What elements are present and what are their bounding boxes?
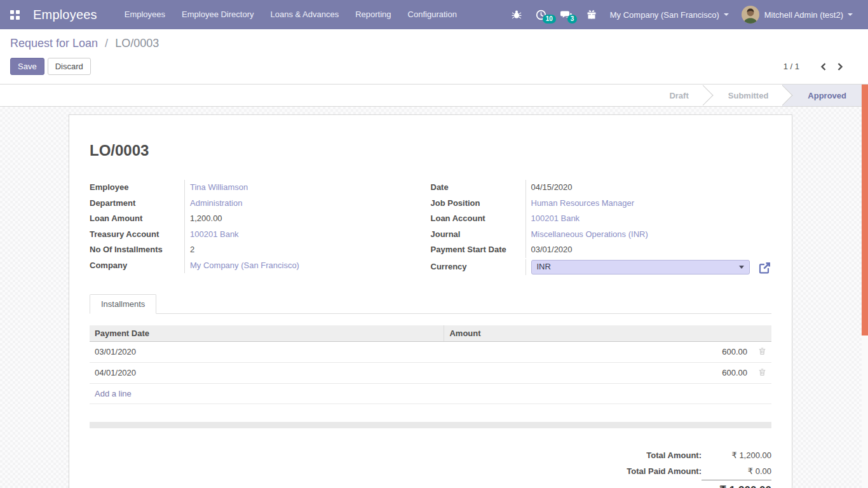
field-value-journal[interactable]: Miscellaneous Operations (INR) [531, 229, 648, 239]
field-label: Payment Start Date [431, 242, 526, 258]
messages-chat-icon[interactable]: 3 [553, 10, 580, 20]
total-amount-row: Total Amount: ₹ 1,200.00 [646, 447, 771, 463]
pager-next-button[interactable] [832, 60, 849, 73]
menu-item-reporting[interactable]: Reporting [347, 0, 399, 29]
field-employee: Employee Tina Williamson [90, 180, 431, 196]
total-amount-value: ₹ 1,200.00 [702, 447, 771, 463]
chevron-down-icon [848, 13, 853, 16]
vertical-scrollbar-track[interactable] [862, 85, 868, 488]
installments-page: Payment Date Amount 03/01/2020 600.00 [90, 314, 771, 488]
field-value-no-of-installments[interactable]: 2 [185, 242, 431, 258]
field-value-employee[interactable]: Tina Williamson [190, 182, 248, 192]
record-title: LO/0003 [90, 142, 771, 159]
field-loan-amount: Loan Amount 1,200.00 [90, 211, 431, 227]
status-step-submitted[interactable]: Submitted [714, 85, 783, 106]
field-value-treasury-account[interactable]: 100201 Bank [190, 229, 239, 239]
status-step-approved[interactable]: Approved [794, 85, 868, 106]
field-value-loan-amount[interactable]: 1,200.00 [185, 211, 431, 227]
pager-previous-button[interactable] [815, 60, 832, 73]
tab-strip: Installments [90, 294, 771, 314]
field-value-company[interactable]: My Company (San Francisco) [190, 261, 299, 270]
field-label: Date [431, 180, 526, 196]
currency-selected-value: INR [537, 259, 551, 275]
cell-payment-date[interactable]: 03/01/2020 [90, 341, 444, 362]
field-label: Employee [90, 180, 185, 196]
statusbar: Draft Submitted Approved [0, 85, 868, 107]
total-paid-amount-value: ₹ 0.00 [702, 463, 771, 479]
user-avatar [742, 6, 759, 24]
add-a-line-row[interactable]: Add a line [90, 383, 771, 403]
add-a-line-link[interactable]: Add a line [90, 383, 771, 403]
activity-clock-icon[interactable]: 10 [529, 10, 553, 20]
app-title: Employees [33, 8, 97, 22]
cell-amount[interactable]: 600.00 [444, 341, 752, 362]
balance-amount-row: Balance Amount: ₹ 1,200.00 [634, 480, 771, 488]
breadcrumb-separator: / [105, 37, 108, 50]
field-label: Loan Amount [90, 211, 185, 227]
field-department: Department Administration [90, 196, 431, 212]
odoo-screen: Employees Employees Employee Directory L… [0, 0, 868, 488]
menu-item-configuration[interactable]: Configuration [400, 0, 465, 29]
field-no-of-installments: No Of Installments 2 [90, 242, 431, 258]
menu-item-employee-directory[interactable]: Employee Directory [173, 0, 262, 29]
field-loan-account: Loan Account 100201 Bank [431, 211, 772, 227]
field-value-loan-account[interactable]: 100201 Bank [531, 214, 580, 223]
user-menu[interactable]: Mitchell Admin (test2) [735, 0, 859, 29]
chevron-left-icon [820, 62, 827, 71]
discard-button[interactable]: Discard [48, 58, 91, 75]
message-count-badge: 3 [567, 15, 578, 24]
company-switcher[interactable]: My Company (San Francisco) [604, 0, 735, 29]
save-button[interactable]: Save [10, 58, 44, 75]
field-value-job-position[interactable]: Human Resources Manager [531, 198, 635, 208]
top-navbar: Employees Employees Employee Directory L… [0, 0, 868, 29]
apps-menu-button[interactable] [0, 0, 29, 29]
field-label: Company [90, 258, 185, 274]
delete-row-button[interactable] [758, 347, 766, 355]
external-link-button[interactable] [759, 261, 771, 274]
horizontal-scrollbar[interactable] [90, 422, 771, 428]
delete-row-button[interactable] [758, 368, 766, 376]
chevron-right-icon [837, 62, 844, 71]
field-label: No Of Installments [90, 242, 185, 258]
external-link-icon [759, 261, 771, 274]
form-sheet: LO/0003 Employee Tina Williamson Departm… [69, 114, 792, 488]
field-value-department[interactable]: Administration [190, 198, 242, 208]
table-row[interactable]: 04/01/2020 600.00 [90, 362, 771, 383]
breadcrumb-parent-link[interactable]: Request for Loan [10, 37, 98, 50]
field-group-left: Employee Tina Williamson Department Admi… [90, 180, 431, 277]
field-company: Company My Company (San Francisco) [90, 258, 431, 274]
menu-item-loans-advances[interactable]: Loans & Advances [262, 0, 348, 29]
field-label: Treasury Account [90, 227, 185, 243]
form-view-background: LO/0003 Employee Tina Williamson Departm… [0, 107, 868, 488]
field-value-payment-start-date[interactable]: 03/01/2020 [526, 242, 772, 258]
apps-grid-icon [10, 10, 20, 20]
table-row[interactable]: 03/01/2020 600.00 [90, 341, 771, 362]
field-currency: Currency INR [431, 258, 772, 277]
vertical-scrollbar-thumb[interactable] [862, 85, 868, 336]
select-caret-icon [739, 266, 744, 269]
main-menu: Employees Employee Directory Loans & Adv… [116, 0, 465, 29]
field-label: Department [90, 196, 185, 212]
currency-select[interactable]: INR [531, 260, 750, 274]
gift-icon[interactable] [580, 10, 604, 20]
field-value-date[interactable]: 04/15/2020 [526, 180, 772, 196]
tab-installments[interactable]: Installments [90, 294, 156, 314]
status-arrow-icon [703, 85, 714, 106]
menu-item-employees[interactable]: Employees [116, 0, 173, 29]
column-header-payment-date[interactable]: Payment Date [90, 325, 444, 342]
total-paid-amount-row: Total Paid Amount: ₹ 0.00 [627, 463, 771, 479]
user-name: Mitchell Admin (test2) [764, 10, 843, 20]
debug-bug-icon[interactable] [505, 10, 529, 20]
field-label: Job Position [431, 196, 526, 212]
totals-block: Total Amount: ₹ 1,200.00 Total Paid Amou… [90, 447, 771, 488]
status-step-draft[interactable]: Draft [655, 85, 702, 106]
cell-payment-date[interactable]: 04/01/2020 [90, 362, 444, 383]
field-job-position: Job Position Human Resources Manager [431, 196, 772, 212]
field-group: Employee Tina Williamson Department Admi… [90, 180, 771, 277]
company-name: My Company (San Francisco) [610, 10, 719, 20]
total-paid-amount-label: Total Paid Amount: [627, 463, 702, 479]
field-journal: Journal Miscellaneous Operations (INR) [431, 227, 772, 243]
column-header-amount[interactable]: Amount [444, 325, 752, 342]
cell-amount[interactable]: 600.00 [444, 362, 752, 383]
breadcrumb-current: LO/0003 [115, 37, 159, 50]
